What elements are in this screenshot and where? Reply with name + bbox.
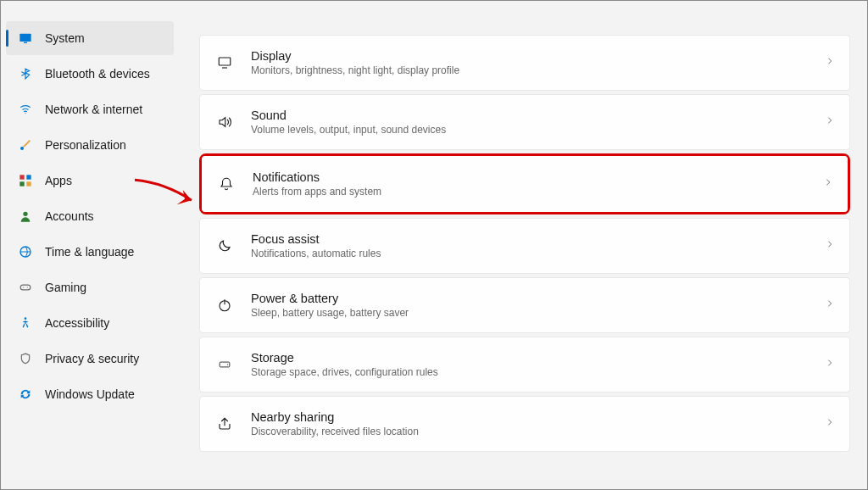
setting-sound[interactable]: Sound Volume levels, output, input, soun… [199,94,850,150]
card-desc: Alerts from apps and system [253,186,824,198]
sidebar-item-update[interactable]: Windows Update [6,377,174,411]
update-icon [18,387,33,402]
card-desc: Sleep, battery usage, battery saver [251,307,826,319]
wifi-icon [18,102,33,117]
svg-rect-6 [26,181,31,186]
sidebar-item-label: Time & language [45,245,134,259]
setting-focus[interactable]: Focus assist Notifications, automatic ru… [199,218,850,274]
svg-point-11 [27,287,28,287]
sidebar-item-privacy[interactable]: Privacy & security [6,342,174,376]
person-icon [18,209,33,224]
card-text: Sound Volume levels, output, input, soun… [251,109,826,136]
share-icon [215,416,234,432]
card-text: Focus assist Notifications, automatic ru… [251,232,826,259]
card-text: Power & battery Sleep, battery usage, ba… [251,292,826,319]
sidebar-item-label: Apps [45,174,72,187]
sidebar-item-label: Network & internet [45,103,142,116]
svg-rect-9 [20,285,31,290]
storage-icon [215,359,234,370]
sidebar-item-time[interactable]: Time & language [6,235,174,269]
chevron-right-icon [826,298,834,313]
setting-power[interactable]: Power & battery Sleep, battery usage, ba… [199,277,850,333]
sidebar-item-label: System [45,31,85,45]
setting-nearby[interactable]: Nearby sharing Discoverability, received… [199,396,850,452]
svg-rect-4 [26,175,31,179]
sidebar-item-gaming[interactable]: Gaming [6,270,174,304]
bell-icon [217,175,236,192]
svg-rect-15 [220,362,230,367]
card-text: Storage Storage space, drives, configura… [251,351,826,378]
svg-point-7 [23,212,27,216]
sidebar-item-label: Gaming [45,281,86,294]
main-content: Display Monitors, brightness, night ligh… [179,1,867,489]
sound-icon [215,114,234,130]
card-text: Notifications Alerts from apps and syste… [253,170,824,198]
sidebar-item-network[interactable]: Network & internet [6,92,174,126]
chevron-right-icon [826,55,834,70]
setting-notifications[interactable]: Notifications Alerts from apps and syste… [202,156,848,212]
power-icon [215,298,234,313]
chevron-right-icon [826,238,834,253]
svg-point-2 [20,147,24,150]
card-title: Display [251,49,826,63]
chevron-right-icon [826,357,834,372]
svg-rect-1 [24,42,27,43]
shield-icon [18,351,33,366]
card-title: Storage [251,351,826,365]
bluetooth-icon [18,66,33,81]
chevron-right-icon [824,176,832,192]
sidebar-item-label: Personalization [45,138,126,152]
monitor-icon [18,31,33,46]
sidebar-item-bluetooth[interactable]: Bluetooth & devices [6,57,174,91]
card-title: Notifications [253,170,824,184]
sidebar-item-label: Bluetooth & devices [45,67,150,81]
globe-clock-icon [18,244,33,259]
sidebar-item-label: Accounts [45,209,94,223]
svg-rect-0 [19,34,31,42]
card-title: Nearby sharing [251,410,826,424]
card-title: Power & battery [251,292,826,305]
gamepad-icon [18,280,33,295]
grid-icon [18,173,33,188]
sidebar-item-system[interactable]: System [6,21,174,55]
card-desc: Discoverability, received files location [251,426,826,437]
highlight-annotation: Notifications Alerts from apps and syste… [199,153,850,214]
accessibility-icon [18,315,33,331]
card-desc: Storage space, drives, configuration rul… [251,366,826,378]
chevron-right-icon [826,416,834,432]
moon-icon [215,238,234,253]
sidebar-item-label: Privacy & security [45,352,139,365]
sidebar-item-label: Windows Update [45,387,135,401]
setting-display[interactable]: Display Monitors, brightness, night ligh… [199,35,850,91]
card-desc: Notifications, automatic rules [251,248,826,259]
chevron-right-icon [826,114,834,130]
card-desc: Monitors, brightness, night light, displ… [251,64,826,76]
display-icon [215,55,234,70]
svg-rect-3 [19,175,24,179]
brush-icon [18,137,33,153]
sidebar: System Bluetooth & devices Network & int… [1,1,179,489]
card-text: Display Monitors, brightness, night ligh… [251,49,826,76]
svg-point-10 [23,287,24,287]
card-title: Sound [251,109,826,122]
card-text: Nearby sharing Discoverability, received… [251,410,826,437]
card-title: Focus assist [251,232,826,246]
sidebar-item-accessibility[interactable]: Accessibility [6,306,174,340]
svg-rect-5 [19,181,24,186]
svg-point-16 [227,364,228,365]
svg-rect-13 [219,58,231,65]
sidebar-item-label: Accessibility [45,316,109,330]
svg-point-12 [25,317,27,320]
setting-storage[interactable]: Storage Storage space, drives, configura… [199,337,850,393]
sidebar-item-personalization[interactable]: Personalization [6,128,174,162]
card-desc: Volume levels, output, input, sound devi… [251,124,826,136]
